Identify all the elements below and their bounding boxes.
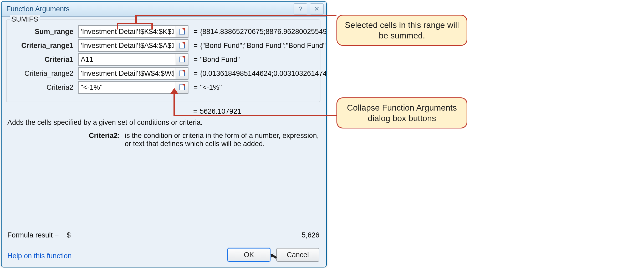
arg-input-wrap-sum-range bbox=[78, 25, 188, 38]
callout-sum-range: Selected cells in this range will be sum… bbox=[336, 15, 467, 46]
arg-input-wrap-criteria-range2 bbox=[78, 67, 188, 80]
ok-button-label: OK bbox=[244, 251, 254, 259]
close-button[interactable]: ✕ bbox=[310, 3, 324, 14]
cancel-button[interactable]: Cancel bbox=[276, 248, 319, 262]
arg-eval-text: {"Bond Fund";"Bond Fund";"Bond Fund";"Bo… bbox=[200, 42, 327, 49]
help-button[interactable]: ? bbox=[294, 3, 307, 14]
collapse-dialog-button[interactable] bbox=[176, 40, 188, 51]
arg-eval-criteria-range1: ={"Bond Fund";"Bond Fund";"Bond Fund";"B… bbox=[191, 42, 327, 50]
arguments-area: Sum_range ={8814.83865270675;8876.962800… bbox=[9, 25, 317, 98]
arg-label-sum-range: Sum_range bbox=[9, 28, 75, 36]
function-fieldset: SUMIFS Sum_range ={8814.83865270675;8876… bbox=[6, 19, 320, 102]
computed-result-value: 5626.107921 bbox=[200, 107, 241, 115]
function-description: Adds the cells specified by a given set … bbox=[7, 118, 319, 127]
arg-eval-text: "<-1%" bbox=[200, 83, 222, 91]
formula-result-prefix: $ bbox=[67, 231, 71, 239]
arg-eval-text: "Bond Fund" bbox=[200, 56, 240, 63]
formula-result-label: Formula result = bbox=[7, 231, 59, 239]
help-on-function-link[interactable]: Help on this function bbox=[7, 252, 72, 260]
arg-label-criteria1: Criteria1 bbox=[9, 56, 75, 64]
dialog-title: Function Arguments bbox=[6, 5, 69, 13]
collapse-dialog-button[interactable] bbox=[176, 26, 188, 37]
sum-range-input[interactable] bbox=[79, 26, 176, 37]
criteria1-input[interactable] bbox=[79, 54, 176, 65]
arg-eval-criteria1: ="Bond Fund" bbox=[191, 56, 327, 64]
computed-result: =5626.107921 bbox=[191, 107, 241, 116]
cancel-button-label: Cancel bbox=[287, 251, 309, 259]
criteria-range1-input[interactable] bbox=[79, 40, 176, 51]
argument-help: Criteria2: is the condition or criteria … bbox=[89, 132, 319, 148]
question-icon: ? bbox=[299, 5, 302, 13]
criteria2-input[interactable] bbox=[79, 82, 176, 93]
arg-eval-criteria2: ="<-1%" bbox=[191, 83, 327, 92]
function-name-label: SUMIFS bbox=[10, 15, 40, 23]
criteria-range2-input[interactable] bbox=[79, 68, 176, 79]
arg-label-criteria-range1: Criteria_range1 bbox=[9, 42, 75, 50]
dialog-titlebar: Function Arguments ? ✕ bbox=[2, 2, 326, 17]
arg-eval-sum-range: ={8814.83865270675;8876.96280025549;395 bbox=[191, 28, 327, 36]
arg-eval-text: {0.0136184985144624;0.0031032614740556 bbox=[200, 70, 327, 77]
formula-result-row: Formula result = $ 5,626 bbox=[7, 231, 319, 239]
arg-label-criteria2: Criteria2 bbox=[9, 83, 75, 92]
titlebar-buttons: ? ✕ bbox=[294, 3, 324, 14]
collapse-dialog-button[interactable] bbox=[176, 68, 188, 79]
callout-collapse-buttons: Collapse Function Arguments dialog box b… bbox=[336, 97, 467, 128]
dialog-button-row: OK Cancel bbox=[227, 248, 319, 262]
arg-input-wrap-criteria2 bbox=[78, 81, 188, 94]
ok-button[interactable]: OK bbox=[227, 248, 270, 262]
collapse-dialog-icon bbox=[179, 85, 185, 90]
arg-label-criteria-range2: Criteria_range2 bbox=[9, 70, 75, 78]
close-icon: ✕ bbox=[314, 5, 319, 13]
arg-input-wrap-criteria-range1 bbox=[78, 39, 188, 52]
arguments-grid: Sum_range ={8814.83865270675;8876.962800… bbox=[9, 25, 327, 98]
collapse-dialog-icon bbox=[179, 43, 185, 48]
collapse-dialog-icon bbox=[179, 57, 185, 62]
formula-result-value: 5,626 bbox=[301, 231, 319, 239]
collapse-dialog-icon bbox=[179, 29, 185, 34]
arg-eval-text: {8814.83865270675;8876.96280025549;395 bbox=[200, 28, 327, 36]
collapse-dialog-icon bbox=[179, 71, 185, 76]
function-arguments-dialog: Function Arguments ? ✕ SUMIFS Sum_range bbox=[1, 1, 327, 267]
argument-help-text: is the condition or criteria in the form… bbox=[125, 132, 319, 148]
collapse-dialog-button[interactable] bbox=[176, 82, 188, 93]
arg-input-wrap-criteria1 bbox=[78, 53, 188, 66]
arg-eval-criteria-range2: ={0.0136184985144624;0.0031032614740556 bbox=[191, 70, 327, 78]
argument-help-label: Criteria2: bbox=[89, 132, 120, 148]
collapse-dialog-button[interactable] bbox=[176, 54, 188, 65]
